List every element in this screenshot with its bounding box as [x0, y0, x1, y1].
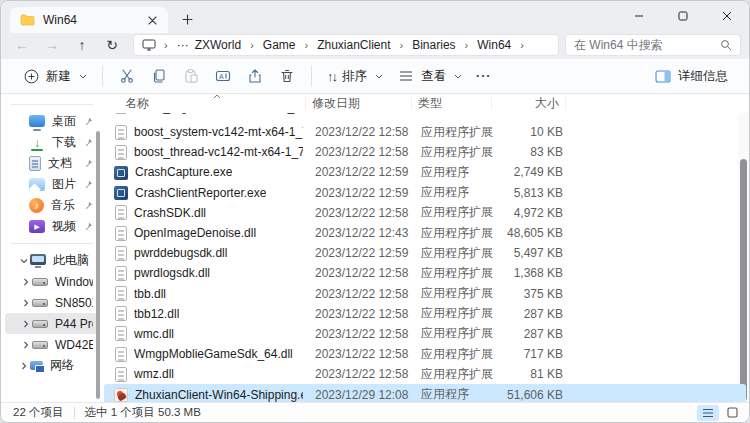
column-header-name[interactable]: 名称 [101, 97, 306, 110]
network-icon [30, 361, 43, 370]
file-row[interactable]: wmc.dll 2023/12/22 12:58 应用程序扩展 287 KB [104, 324, 746, 344]
details-pane-button[interactable]: 详细信息 [647, 62, 735, 90]
desktop-icon [29, 115, 45, 127]
file-row[interactable]: CrashSDK.dll 2023/12/22 12:58 应用程序扩展 4,9… [104, 203, 746, 223]
file-row[interactable]: boost_regex-vc142-mt-x64-1_70.dll 2023/1… [104, 113, 746, 122]
breadcrumb-item[interactable]: Binaries [409, 37, 458, 53]
chevron-collapsed-icon[interactable] [21, 341, 31, 349]
file-row[interactable]: pwrdlogsdk.dll 2023/12/22 12:58 应用程序扩展 1… [104, 263, 746, 283]
file-date: 2023/12/22 12:58 [309, 327, 415, 341]
file-size: 287 KB [495, 307, 569, 321]
file-row[interactable]: CrashCapture.exe 2023/12/22 12:59 应用程序 2… [104, 162, 746, 182]
dll-file-icon [115, 266, 127, 281]
title-bar: Win64 [1, 1, 749, 33]
file-row[interactable]: WmgpMoblieGameSdk_64.dll 2023/12/22 12:5… [104, 344, 746, 364]
file-size: 330 KB [495, 113, 569, 114]
breadcrumb-item[interactable]: Win64 [474, 37, 514, 53]
breadcrumb-item[interactable]: ZhuxianClient [314, 37, 393, 53]
file-row[interactable]: wmz.dll 2023/12/22 12:58 应用程序扩展 81 KB [104, 364, 746, 384]
sidebar-item-this-pc[interactable]: 此电脑 [5, 250, 97, 271]
sidebar-quick-item[interactable]: ♪ 音乐 [5, 195, 97, 216]
search-icon [720, 39, 732, 51]
file-row[interactable]: boost_system-vc142-mt-x64-1_70.dll 2023/… [104, 122, 746, 142]
file-row[interactable]: ZhuxianClient-Win64-Shipping.exe 2023/12… [104, 384, 746, 402]
sidebar-scrollbar-thumb[interactable] [96, 131, 100, 399]
this-pc-icon[interactable] [142, 39, 156, 51]
minimize-button[interactable] [617, 1, 661, 31]
explorer-tab[interactable]: Win64 [10, 7, 168, 33]
column-header-size[interactable]: 大小 [492, 97, 566, 110]
sidebar-drive-item[interactable]: Windows11 (C:) [5, 271, 97, 292]
status-separator [74, 407, 75, 419]
file-row[interactable]: pwrddebugsdk.dll 2023/12/22 12:59 应用程序扩展… [104, 243, 746, 263]
music-icon: ♪ [29, 198, 44, 213]
file-size: 287 KB [495, 327, 569, 341]
new-button[interactable]: 新建 [15, 62, 94, 90]
chevron-collapsed-icon[interactable] [21, 299, 31, 307]
new-tab-button[interactable] [174, 7, 200, 31]
sort-arrows-icon: ↑↓ [327, 69, 336, 84]
breadcrumb[interactable]: › ··· ZXWorld › Game › ZhuxianClient › B… [133, 34, 559, 56]
file-date: 2023/12/22 12:59 [309, 165, 415, 179]
file-date: 2023/12/22 12:58 [309, 113, 415, 114]
details-view-toggle[interactable] [697, 405, 719, 421]
up-button[interactable]: ↑ [67, 34, 97, 56]
file-row[interactable]: CrashClientReporter.exe 2023/12/22 12:59… [104, 183, 746, 203]
this-pc-icon [30, 254, 46, 265]
sidebar-drive-item[interactable]: P44 Pro (E:) [5, 313, 97, 334]
more-options-button[interactable]: ··· [469, 64, 499, 88]
sidebar-item-network[interactable]: 网络 [5, 355, 97, 376]
delete-button[interactable] [271, 62, 303, 90]
breadcrumb-item[interactable]: ZXWorld [192, 37, 244, 53]
share-button[interactable] [239, 62, 271, 90]
chevron-collapsed-icon[interactable] [21, 278, 31, 286]
file-date: 2023/12/22 12:58 [309, 367, 415, 381]
forward-button[interactable]: → [37, 34, 67, 56]
sidebar-drive-item[interactable]: SN850X (D:) [5, 292, 97, 313]
chevron-collapsed-icon[interactable] [21, 320, 31, 328]
large-icons-view-toggle[interactable] [721, 405, 743, 421]
sidebar-item-label: 桌面 [52, 113, 84, 130]
cut-button[interactable] [111, 62, 143, 90]
sort-button[interactable]: ↑↓ 排序 [320, 63, 390, 90]
file-row[interactable]: tbb12.dll 2023/12/22 12:58 应用程序扩展 287 KB [104, 304, 746, 324]
file-row[interactable]: tbb.dll 2023/12/22 12:58 应用程序扩展 375 KB [104, 284, 746, 304]
chevron-collapsed-icon[interactable] [19, 362, 29, 370]
search-input[interactable]: 在 Win64 中搜索 [565, 34, 741, 56]
file-type: 应用程序扩展 [415, 113, 495, 115]
paste-button[interactable] [175, 62, 207, 90]
file-row[interactable]: boost_thread-vc142-mt-x64-1_70.dll 2023/… [104, 142, 746, 162]
drive-icon [32, 299, 48, 307]
maximize-button[interactable] [661, 1, 705, 31]
sidebar-quick-item[interactable]: 图片 [5, 174, 97, 195]
dll-file-icon [115, 113, 127, 114]
navigation-bar: ← → ↑ ↻ › ··· ZXWorld › Game › ZhuxianCl… [1, 33, 749, 59]
file-date: 2023/12/22 12:43 [309, 226, 415, 240]
chevron-expanded-icon[interactable] [19, 257, 29, 265]
column-header-type[interactable]: 类型 [412, 97, 492, 110]
refresh-button[interactable]: ↻ [97, 34, 127, 56]
ellipsis-icon: ··· [476, 69, 492, 83]
dll-file-icon [115, 246, 127, 261]
file-size: 10 KB [495, 125, 569, 139]
column-header-date[interactable]: 修改日期 [306, 97, 412, 110]
rename-button[interactable]: A [207, 62, 239, 90]
file-name: CrashCapture.exe [135, 165, 232, 179]
tab-close-icon[interactable] [144, 12, 160, 28]
sidebar-drive-item[interactable]: WD42EJRX (F:) [5, 334, 97, 355]
window-controls [617, 1, 749, 31]
navigation-pane: 桌面 ↓ 下载 文档 图片 ♪ 音乐 ▶ 视频 [1, 94, 101, 402]
copy-button[interactable] [143, 62, 175, 90]
pictures-icon [29, 178, 45, 191]
file-row[interactable]: OpenImageDenoise.dll 2023/12/22 12:43 应用… [104, 223, 746, 243]
sidebar-quick-item[interactable]: ▶ 视频 [5, 216, 97, 237]
sidebar-quick-item[interactable]: 文档 [5, 153, 97, 174]
sidebar-quick-item[interactable]: 桌面 [5, 111, 97, 132]
breadcrumb-item[interactable]: Game [260, 37, 299, 53]
view-button[interactable]: 查看 [390, 62, 469, 90]
breadcrumb-overflow[interactable]: ··· [174, 37, 192, 53]
close-button[interactable] [705, 1, 749, 31]
back-button[interactable]: ← [7, 34, 37, 56]
sidebar-quick-item[interactable]: ↓ 下载 [5, 132, 97, 153]
chevron-right-icon: › [298, 39, 314, 51]
